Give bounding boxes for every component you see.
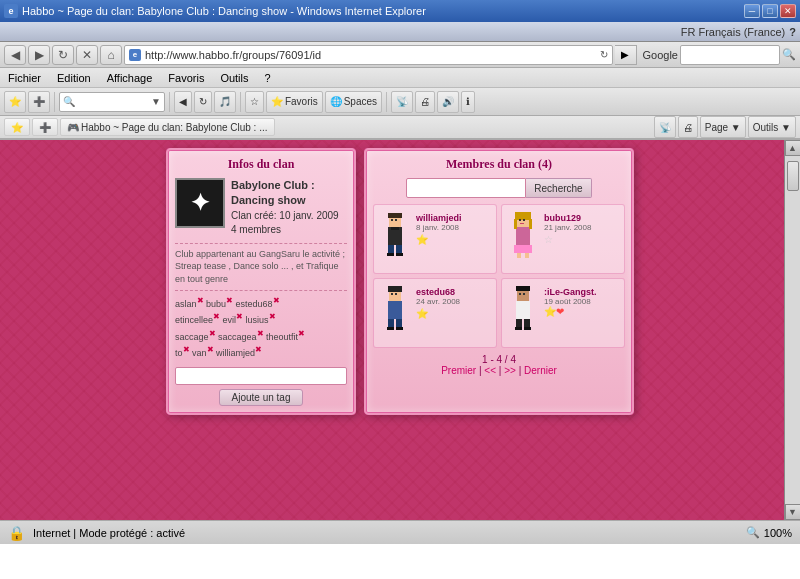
menu-edition[interactable]: Edition	[53, 72, 95, 84]
member-info-bubu129: bubu129 21 janv. 2008 ☆	[544, 209, 591, 245]
habbo-icon: 🎮	[67, 122, 79, 133]
tag-x-to[interactable]: ✖	[183, 345, 190, 354]
clan-panel-title: Infos du clan	[175, 157, 347, 172]
tags-section: aslan✖ bubu✖ estedu68✖ etincellee✖ evil✖…	[175, 295, 347, 361]
toolbar-back-btn[interactable]: ◀	[174, 91, 192, 113]
tools-btn[interactable]: Outils ▼	[748, 116, 796, 138]
svg-rect-28	[387, 327, 394, 330]
add-tag-button[interactable]: Ajoute un tag	[219, 389, 304, 406]
toolbar-sound-btn[interactable]: 🔊	[437, 91, 459, 113]
toolbar-media-btn[interactable]: 🎵	[214, 91, 236, 113]
toolbar-search-btn[interactable]: ▼	[148, 96, 164, 107]
search-icon: 🔍	[60, 96, 78, 107]
tag-x-estedu68[interactable]: ✖	[273, 296, 280, 305]
toolbar-fav-btn[interactable]: ⭐ Favoris	[266, 91, 323, 113]
tag-aslan: aslan✖	[175, 299, 206, 309]
member-search-input[interactable]	[406, 178, 526, 198]
forward-button[interactable]: ▶	[28, 45, 50, 65]
member-date-ile-gangst: 19 août 2008	[544, 297, 597, 306]
toolbar-search-input[interactable]	[78, 96, 148, 107]
title-bar-left: e Habbo ~ Page du clan: Babylone Club : …	[4, 4, 426, 18]
svg-rect-19	[517, 253, 521, 258]
tag-x-williamjed[interactable]: ✖	[255, 345, 262, 354]
window-controls: ─ □ ✕	[744, 4, 796, 18]
close-button[interactable]: ✕	[780, 4, 796, 18]
tag-etincellee: etincellee✖	[175, 315, 223, 325]
member-stars-williamjedi: ⭐	[416, 234, 462, 245]
member-name-ile-gangst: :iLe-Gangst.	[544, 287, 597, 297]
rss-icon-btn[interactable]: 📡	[654, 116, 676, 138]
member-search-button[interactable]: Recherche	[526, 178, 591, 198]
toolbar-print-btn[interactable]: 🖨	[415, 91, 435, 113]
toolbar-rss-btn[interactable]: 📡	[391, 91, 413, 113]
toolbar-spaces-btn[interactable]: 🌐 Spaces	[325, 91, 382, 113]
svg-rect-32	[516, 286, 530, 291]
habbo-tab-label: Habbo ~ Page du clan: Babylone Club : ..…	[81, 122, 268, 133]
search-box: 🔍 ▼	[59, 92, 165, 112]
tag-x-theoutfit[interactable]: ✖	[298, 329, 305, 338]
zoom-icon: 🔍	[746, 526, 760, 539]
minimize-button[interactable]: ─	[744, 4, 760, 18]
tag-input[interactable]	[175, 367, 347, 385]
stop-button[interactable]: ✕	[76, 45, 98, 65]
tag-x-van[interactable]: ✖	[207, 345, 214, 354]
scroll-up-button[interactable]: ▲	[785, 140, 801, 156]
menu-outils[interactable]: Outils	[216, 72, 252, 84]
menu-affichage[interactable]: Affichage	[103, 72, 157, 84]
pagination-first[interactable]: Premier	[441, 365, 476, 376]
toolbar-plus-btn[interactable]: ➕	[28, 91, 50, 113]
maximize-button[interactable]: □	[762, 4, 778, 18]
pagination-next[interactable]: >>	[504, 365, 516, 376]
home-button[interactable]: ⌂	[100, 45, 122, 65]
toolbar-info-btn[interactable]: ℹ	[461, 91, 475, 113]
menu-help[interactable]: ?	[261, 72, 275, 84]
toolbar-star2-btn[interactable]: ☆	[245, 91, 264, 113]
address-input[interactable]	[145, 49, 596, 61]
tag-x-evil[interactable]: ✖	[236, 312, 243, 321]
menu-favoris[interactable]: Favoris	[164, 72, 208, 84]
scroll-thumb[interactable]	[787, 161, 799, 191]
members-grid: williamjedi 8 janv. 2008 ⭐	[373, 204, 625, 348]
toolbar-refresh-btn[interactable]: ↻	[194, 91, 212, 113]
help-btn[interactable]: ?	[789, 26, 796, 38]
member-row-3: estedu68 24 avr. 2008 ⭐	[378, 283, 460, 333]
pagination-prev[interactable]: <<	[484, 365, 496, 376]
separator-3	[240, 92, 241, 112]
svg-rect-37	[515, 327, 522, 330]
member-row-2: bubu129 21 janv. 2008 ☆	[506, 209, 591, 259]
tag-x-lusius[interactable]: ✖	[269, 312, 276, 321]
back-button[interactable]: ◀	[4, 45, 26, 65]
tag-x-saccagea[interactable]: ✖	[257, 329, 264, 338]
svg-rect-30	[516, 301, 530, 319]
go-button[interactable]: ▶	[615, 45, 637, 65]
print-btn2[interactable]: 🖨	[678, 116, 698, 138]
clan-logo-symbol: ✦	[190, 189, 210, 217]
avatar-estedu68	[378, 283, 412, 333]
member-stars-ile-gangst: ⭐❤	[544, 306, 597, 317]
svg-rect-38	[524, 327, 531, 330]
pagination-last[interactable]: Dernier	[524, 365, 557, 376]
fav-star-btn[interactable]: ⭐	[4, 118, 30, 136]
page-btn[interactable]: Page ▼	[700, 116, 746, 138]
toolbar-star-btn[interactable]: ⭐	[4, 91, 26, 113]
scroll-down-button[interactable]: ▼	[785, 504, 801, 520]
google-label: Google	[643, 49, 678, 61]
member-heart-ile-gangst: ❤	[556, 306, 564, 317]
member-date-bubu129: 21 janv. 2008	[544, 223, 591, 232]
tag-x-aslan[interactable]: ✖	[197, 296, 204, 305]
tag-x-bubu[interactable]: ✖	[226, 296, 233, 305]
svg-rect-3	[391, 219, 393, 221]
member-stars-estedu68: ⭐	[416, 308, 460, 319]
tag-x-saccage[interactable]: ✖	[209, 329, 216, 338]
tag-x-etincellee[interactable]: ✖	[213, 312, 220, 321]
google-search-icon[interactable]: 🔍	[782, 48, 796, 61]
fav-habbo-btn[interactable]: 🎮 Habbo ~ Page du clan: Babylone Club : …	[60, 118, 275, 136]
menu-fichier[interactable]: Fichier	[4, 72, 45, 84]
fav-add-btn[interactable]: ➕	[32, 118, 58, 136]
status-bar: 🔒 Internet | Mode protégé : activé 🔍 100…	[0, 520, 800, 544]
google-search-input[interactable]	[680, 45, 780, 65]
refresh-button[interactable]: ↻	[52, 45, 74, 65]
member-card-williamjedi: williamjedi 8 janv. 2008 ⭐	[373, 204, 497, 274]
tag-lusius: lusius✖	[246, 315, 276, 325]
page-tools: 📡 🖨 Page ▼ Outils ▼	[654, 116, 796, 138]
